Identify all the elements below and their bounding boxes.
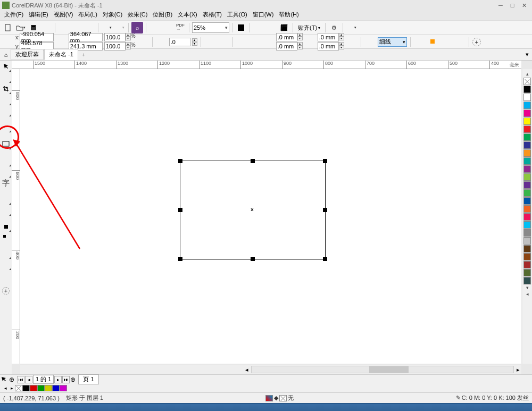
corner-3-input[interactable]: .0 mm xyxy=(318,33,339,41)
mirror-v-button[interactable] xyxy=(218,36,229,48)
doc-swatch-none[interactable] xyxy=(15,385,22,391)
menu-effects[interactable]: 效果(C) xyxy=(126,11,149,20)
handle-se[interactable] xyxy=(323,257,327,261)
page-tab[interactable]: 页 1 xyxy=(78,374,98,384)
home-icon[interactable]: ⌂ xyxy=(1,52,11,58)
corner-2-input[interactable]: .0 mm xyxy=(276,42,297,51)
handle-n[interactable] xyxy=(251,159,255,163)
copy-button[interactable] xyxy=(58,22,70,33)
scale-y-input[interactable]: 100.0 xyxy=(104,42,126,51)
wrap-text-button[interactable] xyxy=(414,36,426,48)
color-swatch[interactable] xyxy=(523,221,531,229)
undo-button[interactable]: ▾ xyxy=(101,22,113,33)
color-swatch[interactable] xyxy=(523,229,531,237)
horizontal-ruler[interactable]: 毫米 1500140013001200110010009008007006005… xyxy=(12,61,521,69)
quick-customize-button[interactable]: + xyxy=(472,38,481,46)
drop-shadow-tool[interactable] xyxy=(1,222,11,231)
status-outline[interactable]: ✎ C: 0 M: 0 Y: 0 K: 100 发丝 xyxy=(456,394,529,402)
color-swatch[interactable] xyxy=(523,149,531,157)
menu-edit[interactable]: 编辑(E) xyxy=(27,11,51,20)
show-rulers-button[interactable] xyxy=(253,22,264,33)
color-swatch[interactable] xyxy=(523,94,531,101)
ellipse-tool[interactable] xyxy=(1,156,11,166)
redo-button[interactable]: ▾ xyxy=(114,22,126,33)
rotation-input[interactable]: .0 xyxy=(169,38,190,46)
menu-file[interactable]: 文件(F) xyxy=(2,11,26,20)
doc-color-swatch[interactable] xyxy=(52,385,60,391)
menu-tools[interactable]: 工具(O) xyxy=(225,11,250,20)
color-swatch[interactable] xyxy=(523,213,531,221)
color-swatch[interactable] xyxy=(523,118,531,125)
menu-view[interactable]: 视图(V) xyxy=(52,11,76,20)
convert-curves-button[interactable] xyxy=(454,36,466,48)
snap-dropdown[interactable]: 贴齐(T)▾ xyxy=(296,24,322,32)
palette-down-button[interactable]: ▾ xyxy=(526,285,529,291)
menu-bitmap[interactable]: 位图(B) xyxy=(151,11,174,20)
corner-round-button[interactable] xyxy=(236,36,248,48)
color-swatch[interactable] xyxy=(523,181,531,189)
doc-palette-right[interactable]: ▸ xyxy=(9,385,15,391)
pdf-button[interactable]: PDF→ xyxy=(174,22,186,33)
menu-object[interactable]: 对象(C) xyxy=(101,11,124,20)
doc-color-swatch[interactable] xyxy=(22,385,30,391)
color-swatch[interactable] xyxy=(523,261,531,269)
zoom-select[interactable]: 25% xyxy=(192,22,229,33)
color-swatch[interactable] xyxy=(523,277,531,284)
corner-lock-button[interactable] xyxy=(304,36,316,48)
show-grid-button[interactable] xyxy=(265,22,277,33)
page-add-button[interactable]: ⊕ xyxy=(9,376,16,383)
outline-width-select[interactable]: 细线 xyxy=(378,37,407,47)
search-button[interactable]: ⌕ xyxy=(131,22,143,33)
handle-w[interactable] xyxy=(178,208,182,212)
transparency-tool[interactable] xyxy=(1,233,11,242)
parallel-dimension-tool[interactable] xyxy=(1,195,11,204)
mirror-h-button[interactable] xyxy=(204,36,216,48)
restore-button[interactable]: □ xyxy=(506,1,518,10)
new-button[interactable] xyxy=(2,22,14,33)
connector-tool[interactable] xyxy=(1,206,11,215)
color-swatch[interactable] xyxy=(523,173,531,181)
handle-sw[interactable] xyxy=(178,257,182,261)
color-swatch[interactable] xyxy=(523,253,531,261)
show-guides-button[interactable] xyxy=(278,22,290,33)
to-front-button[interactable] xyxy=(427,36,439,48)
page-next-button[interactable]: ▸ xyxy=(54,376,62,383)
polygon-tool[interactable] xyxy=(1,167,11,177)
handle-s[interactable] xyxy=(251,257,255,261)
swatch-none[interactable] xyxy=(523,78,531,85)
text-tool[interactable]: 字 xyxy=(1,179,11,188)
tab-document[interactable]: 未命名 -1 xyxy=(44,49,78,60)
menu-text[interactable]: 文本(X) xyxy=(176,11,200,20)
quick-customize-tool[interactable]: + xyxy=(2,287,10,295)
pick-tool[interactable] xyxy=(1,62,11,71)
color-swatch[interactable] xyxy=(523,269,531,276)
canvas[interactable]: × xyxy=(20,69,521,364)
minimize-button[interactable]: ─ xyxy=(495,1,506,10)
import-button[interactable] xyxy=(149,22,161,33)
color-swatch[interactable] xyxy=(523,197,531,205)
status-fill[interactable]: ◆ 无 xyxy=(265,394,294,402)
launch-button[interactable]: ▾ xyxy=(346,22,358,33)
menu-help[interactable]: 帮助(H) xyxy=(277,11,301,20)
handle-nw[interactable] xyxy=(178,159,182,163)
color-swatch[interactable] xyxy=(523,237,531,245)
crop-tool[interactable] xyxy=(1,84,11,94)
scale-y-spin[interactable]: ▴▾ xyxy=(126,42,131,51)
corner-1-input[interactable]: .0 mm xyxy=(276,33,297,41)
handle-e[interactable] xyxy=(323,208,327,212)
fullscreen-button[interactable] xyxy=(235,22,247,33)
horizontal-scrollbar[interactable]: ◂ ▸ xyxy=(20,365,521,374)
color-swatch[interactable] xyxy=(523,205,531,213)
color-swatch[interactable] xyxy=(523,189,531,197)
freehand-tool[interactable] xyxy=(1,106,11,116)
doc-palette-left[interactable]: ◂ xyxy=(2,385,9,391)
doc-color-swatch[interactable] xyxy=(45,385,52,391)
color-swatch[interactable] xyxy=(523,133,531,141)
corner-4-input[interactable]: .0 mm xyxy=(318,42,339,51)
menu-table[interactable]: 表格(T) xyxy=(201,11,224,20)
doc-color-swatch[interactable] xyxy=(37,385,45,391)
doc-color-swatch[interactable] xyxy=(60,385,67,391)
tab-welcome[interactable]: 欢迎屏幕 xyxy=(11,49,44,60)
smart-fill-tool[interactable] xyxy=(1,271,11,281)
scroll-thumb[interactable] xyxy=(369,366,409,373)
